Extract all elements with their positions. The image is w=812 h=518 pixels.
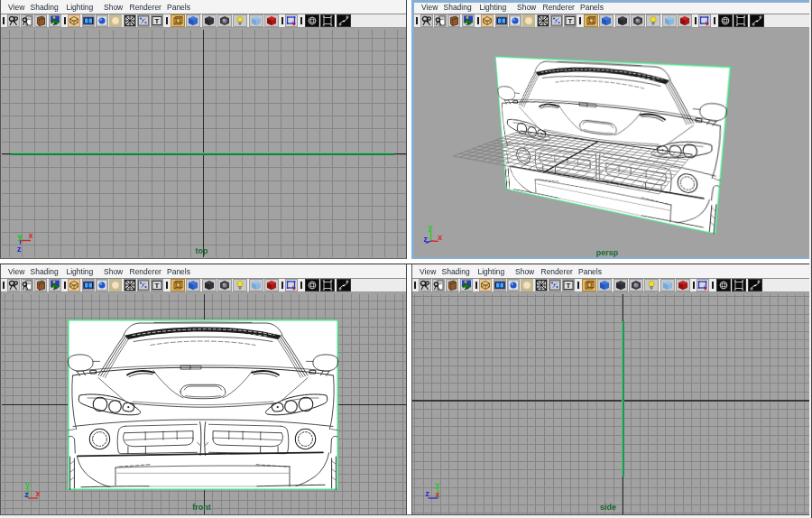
svg-text:x: x — [435, 490, 439, 499]
svg-text:z: z — [24, 490, 29, 499]
svg-text:y: y — [25, 481, 30, 489]
svg-text:T: T — [155, 17, 160, 25]
svg-text:T: T — [568, 17, 573, 25]
svg-text:T: T — [155, 282, 160, 290]
svg-text:x: x — [438, 233, 442, 242]
svg-text:z: z — [426, 489, 430, 498]
svg-text:T: T — [567, 282, 571, 290]
svg-text:y: y — [436, 481, 440, 489]
svg-text:x: x — [36, 489, 41, 498]
svg-text:x: x — [29, 231, 33, 240]
svg-text:z: z — [424, 235, 429, 244]
svg-text:y: y — [429, 223, 433, 232]
svg-text:y: y — [18, 232, 23, 241]
svg-text:z: z — [17, 245, 22, 254]
